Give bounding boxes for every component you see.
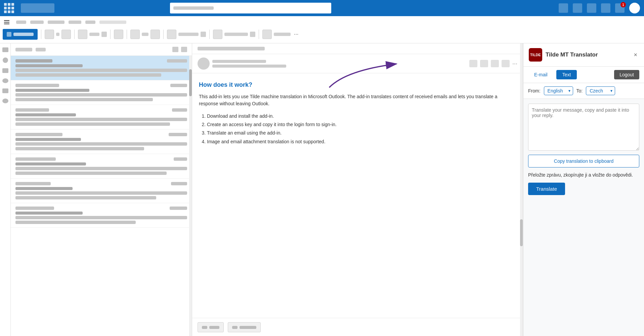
filter-icon[interactable] xyxy=(172,47,178,52)
email-body: How does it work? This add-in lets you u… xyxy=(192,73,523,318)
from-language-select[interactable]: English French German xyxy=(544,86,573,95)
list-item: Download and install the add-in. xyxy=(207,112,516,120)
email-list-scroll[interactable] xyxy=(11,56,192,336)
reply-button[interactable] xyxy=(469,60,477,67)
email-overflow-menu[interactable]: ··· xyxy=(512,60,517,67)
forward-button[interactable] xyxy=(491,60,499,67)
hamburger-menu[interactable] xyxy=(3,19,11,26)
ribbon-btn-2[interactable] xyxy=(61,30,71,39)
ribbon-tabs xyxy=(16,21,126,24)
reply-label xyxy=(209,326,219,329)
tilde-close-button[interactable]: × xyxy=(632,50,639,60)
ribbon-btn-8[interactable] xyxy=(213,30,222,39)
ribbon-btn-4[interactable] xyxy=(114,30,123,39)
email-item[interactable] xyxy=(11,179,192,203)
email-item[interactable] xyxy=(11,129,192,154)
ribbon-more-button[interactable]: ··· xyxy=(293,30,300,39)
new-email-label xyxy=(13,33,34,36)
ribbon-label-4 xyxy=(178,33,199,36)
ribbon-btn-3[interactable] xyxy=(78,30,87,39)
ribbon-tab-view[interactable] xyxy=(85,21,95,24)
ribbon-tab-send[interactable] xyxy=(48,21,65,24)
ribbon-btn-7[interactable] xyxy=(167,30,176,39)
email-body-list: Download and install the add-in. Create … xyxy=(199,112,516,146)
ribbon-buttons: ··· xyxy=(3,27,641,42)
ribbon-btn-1[interactable] xyxy=(45,30,54,39)
email-item[interactable] xyxy=(11,154,192,179)
logout-button[interactable]: Logout xyxy=(614,70,639,79)
email-body-paragraph: This add-in lets you use Tilde machine t… xyxy=(199,93,516,107)
sidebar-mail-icon[interactable] xyxy=(2,47,8,52)
help-icon[interactable] xyxy=(573,3,582,13)
top-bar-icons xyxy=(559,3,640,13)
translation-result-text: Přeložte zprávu, zkopírujte ji a vložte … xyxy=(528,172,639,179)
sidebar-tasks-icon[interactable] xyxy=(2,78,8,83)
ribbon-label-1 xyxy=(56,33,59,36)
to-label: To: xyxy=(576,88,583,94)
email-list-panel xyxy=(11,43,192,336)
tilde-panel: TILDΕ Tilde MT Translator × E-mail Text … xyxy=(523,43,644,336)
feedback-icon[interactable] xyxy=(587,3,596,13)
scroll-thumb[interactable] xyxy=(189,69,192,96)
sort-icon[interactable] xyxy=(181,47,187,52)
scroll-track xyxy=(189,56,192,336)
ribbon-tabs-row xyxy=(3,17,641,27)
email-footer-actions xyxy=(192,318,523,336)
sender-avatar xyxy=(198,58,210,70)
ribbon-btn-9[interactable] xyxy=(262,30,272,39)
tilde-logo: TILDΕ xyxy=(529,48,542,62)
ribbon-tab-file[interactable] xyxy=(16,21,26,24)
new-email-button[interactable] xyxy=(3,29,38,40)
translate-button[interactable]: Translate xyxy=(528,183,565,195)
notifications-icon[interactable] xyxy=(601,3,610,13)
email-subject-placeholder xyxy=(198,47,265,50)
email-item[interactable] xyxy=(11,203,192,228)
email-subheader: ··· xyxy=(192,54,523,73)
email-item[interactable] xyxy=(11,56,192,80)
tab-email[interactable]: E-mail xyxy=(528,70,554,79)
reply-footer-button[interactable] xyxy=(198,322,224,332)
ribbon-separator-1 xyxy=(41,30,41,39)
email-list-actions xyxy=(172,47,187,52)
sidebar-more-icon[interactable] xyxy=(2,99,8,103)
email-list-header xyxy=(11,43,192,56)
tilde-header: TILDΕ Tilde MT Translator × xyxy=(523,43,644,67)
ribbon-tab-home[interactable] xyxy=(30,21,44,24)
email-actions: ··· xyxy=(469,60,517,67)
ribbon-tab-folder[interactable] xyxy=(69,21,81,24)
avatar[interactable] xyxy=(629,3,640,13)
email-body-heading: How does it work? xyxy=(199,81,516,88)
ribbon-separator-2 xyxy=(74,30,75,39)
main-layout: ··· How does it work? This add-in lets y… xyxy=(0,43,644,336)
copy-translation-button[interactable]: Copy translation to clipboard xyxy=(528,155,639,167)
email-item[interactable] xyxy=(11,80,192,105)
ribbon-dropdown-3[interactable] xyxy=(250,32,255,37)
settings-icon[interactable] xyxy=(559,3,568,13)
sidebar-calendar-icon[interactable] xyxy=(3,58,8,63)
ribbon-separator-6 xyxy=(209,30,210,39)
top-search-bar[interactable] xyxy=(170,3,331,13)
translation-input[interactable] xyxy=(528,104,639,151)
ribbon-btn-5[interactable] xyxy=(130,30,140,39)
sidebar-people-icon[interactable] xyxy=(2,68,8,73)
ribbon-separator-4 xyxy=(127,30,127,39)
ribbon-dropdown-1[interactable] xyxy=(101,32,107,37)
tilde-body: Copy translation to clipboard Přeložte z… xyxy=(523,99,644,336)
sidebar-notes-icon[interactable] xyxy=(2,88,8,93)
content-scroll-thumb[interactable] xyxy=(520,219,523,246)
ribbon-btn-6[interactable] xyxy=(151,30,160,39)
ribbon-label-6 xyxy=(274,33,291,36)
to-language-select[interactable]: Czech French German xyxy=(586,86,615,95)
ribbon-dropdown-2[interactable] xyxy=(201,32,206,37)
email-item[interactable] xyxy=(11,105,192,129)
more-actions-button[interactable] xyxy=(502,60,510,67)
alerts-icon[interactable] xyxy=(615,3,625,13)
app-grid-icon[interactable] xyxy=(4,3,14,13)
from-lang-wrapper[interactable]: English French German xyxy=(544,86,573,95)
ribbon-tab-help[interactable] xyxy=(99,21,126,24)
email-content-panel: ··· How does it work? This add-in lets y… xyxy=(192,43,523,336)
to-lang-wrapper[interactable]: Czech French German xyxy=(586,86,615,95)
tab-text[interactable]: Text xyxy=(556,70,577,79)
reply-all-button[interactable] xyxy=(480,60,488,67)
reply-all-footer-button[interactable] xyxy=(228,322,261,332)
